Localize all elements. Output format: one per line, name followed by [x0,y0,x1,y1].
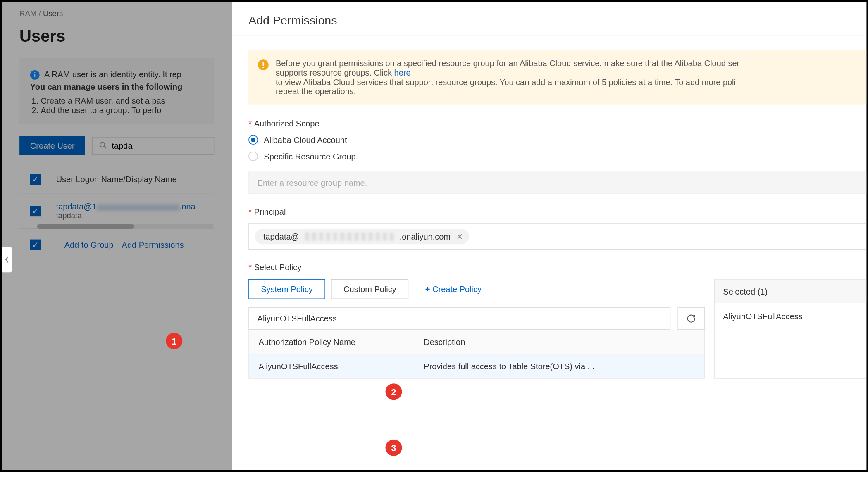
refresh-button[interactable] [677,307,705,330]
radio-checked-icon [248,135,258,145]
callout-2: 2 [385,383,402,400]
policy-search-input[interactable]: AliyunOTSFullAccess [248,307,670,330]
callout-3: 3 [385,440,402,456]
refresh-icon [687,314,696,323]
warning-icon: ! [258,59,269,70]
scope-resource-group-radio[interactable]: Specific Resource Group [248,152,866,161]
tab-custom-policy[interactable]: Custom Policy [331,279,409,299]
add-permissions-panel: Add Permissions ! Before you grant permi… [232,2,866,470]
select-policy-label: *Select Policy [248,262,866,272]
policy-table: Authorization Policy Name Description Al… [248,330,705,379]
principal-input[interactable]: tapdata@.onaliyun.com ✕ [248,223,866,250]
here-link[interactable]: here [394,68,411,77]
warning-alert: ! Before you grant permissions on a spec… [248,50,866,104]
pt-header-name: Authorization Policy Name [249,330,415,354]
policy-row[interactable]: AliyunOTSFullAccess Provides full access… [249,354,704,378]
selected-count-header: Selected (1) [715,280,866,303]
panel-title: Add Permissions [232,2,866,36]
policy-name-cell: AliyunOTSFullAccess [249,354,415,378]
pt-header-desc: Description [414,330,704,354]
policy-desc-cell: Provides full access to Table Store(OTS)… [414,354,704,378]
selected-policies-panel: Selected (1) AliyunOTSFullAccess [714,279,866,378]
principal-chip: tapdata@.onaliyun.com ✕ [255,229,470,244]
selected-policy-item[interactable]: AliyunOTSFullAccess [715,303,866,329]
radio-unchecked-icon [248,152,258,161]
scope-account-radio[interactable]: Alibaba Cloud Account [248,135,866,145]
create-policy-link[interactable]: + Create Policy [425,284,482,294]
resource-group-input: Enter a resource group name. [248,172,866,194]
remove-chip-icon[interactable]: ✕ [456,232,463,241]
scope-label: *Authorized Scope [248,119,866,128]
tab-system-policy[interactable]: System Policy [248,279,325,299]
collapse-handle[interactable] [2,247,12,273]
callout-1: 1 [166,333,182,349]
principal-label: *Principal [248,207,866,216]
plus-icon: + [425,284,430,294]
